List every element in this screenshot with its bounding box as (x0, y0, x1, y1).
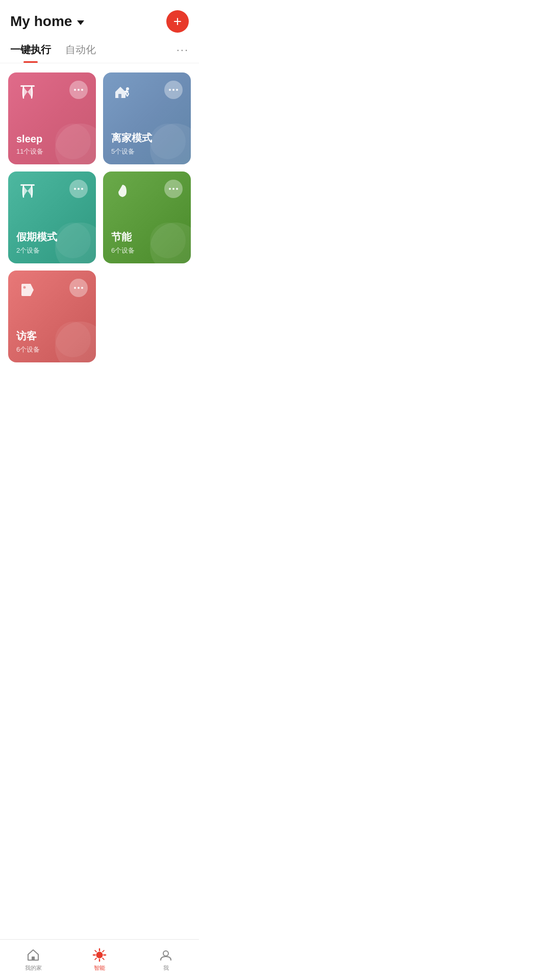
visitor-menu-button[interactable] (69, 279, 88, 297)
tabs-bar: 一键执行 自动化 ··· (0, 38, 199, 63)
tab-one-click[interactable]: 一键执行 (10, 43, 51, 63)
drop-icon (111, 180, 134, 202)
tab-automation[interactable]: 自动化 (65, 43, 96, 63)
leave-home-menu-button[interactable] (164, 81, 183, 99)
svg-point-4 (23, 286, 26, 289)
header: My home (0, 0, 199, 38)
sleep-menu-button[interactable] (69, 81, 88, 99)
home-title-group[interactable]: My home (10, 13, 84, 30)
energy-menu-button[interactable] (164, 180, 183, 198)
card-leave-home-top (111, 81, 183, 103)
card-holiday[interactable]: 假期模式 2个设备 (8, 172, 96, 263)
card-leave-home[interactable]: 离家模式 5个设备 (103, 72, 191, 164)
curtain-icon (16, 81, 39, 103)
card-energy[interactable]: 节能 6个设备 (103, 172, 191, 263)
card-sleep-top (16, 81, 88, 103)
svg-rect-0 (20, 85, 35, 87)
chevron-down-icon (77, 20, 84, 25)
card-energy-top (111, 180, 183, 202)
card-holiday-top (16, 180, 88, 202)
holiday-curtain-icon (16, 180, 39, 202)
tag-icon (16, 279, 39, 301)
card-visitor-top (16, 279, 88, 301)
cards-grid: sleep 11个设备 (0, 65, 199, 370)
tabs-more-button[interactable]: ··· (177, 43, 189, 63)
svg-rect-1 (118, 94, 121, 98)
card-visitor[interactable]: 访客 6个设备 (8, 271, 96, 362)
holiday-menu-button[interactable] (69, 180, 88, 198)
leave-home-icon (111, 81, 134, 103)
add-button[interactable] (166, 10, 189, 33)
home-title: My home (10, 13, 72, 30)
tabs-left: 一键执行 自动化 (10, 43, 96, 63)
card-sleep[interactable]: sleep 11个设备 (8, 72, 96, 164)
svg-rect-3 (20, 184, 35, 186)
